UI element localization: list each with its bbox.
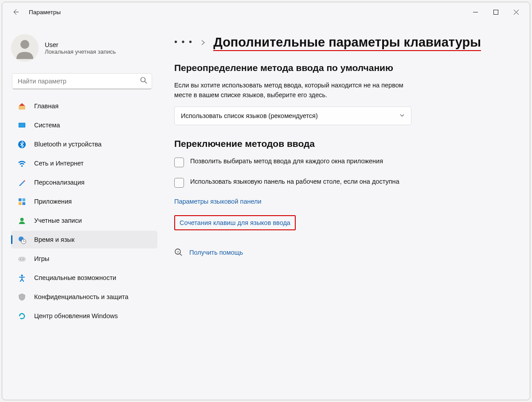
section-switching-input-methods: Переключение методов ввода Позволить выб… — [174, 138, 512, 230]
svg-point-24 — [23, 259, 23, 260]
nav-label: Система — [34, 122, 60, 129]
nav-update[interactable]: Центр обновления Windows — [11, 307, 157, 325]
back-button[interactable] — [9, 8, 22, 16]
search-input[interactable] — [18, 78, 140, 85]
system-icon — [17, 121, 26, 130]
main-content: • • • Дополнительные параметры клавиатур… — [161, 22, 530, 400]
nav-gaming[interactable]: Игры — [11, 250, 157, 268]
nav-label: Конфиденциальность и защита — [34, 293, 129, 300]
nav-label: Приложения — [34, 198, 72, 205]
body: User Локальная учетная запись Главная — [2, 22, 530, 400]
dropdown-value: Использовать список языков (рекомендуетс… — [181, 112, 318, 119]
checkbox-row-per-window[interactable]: Позволить выбирать метод ввода для каждо… — [174, 157, 414, 167]
nav-time-language[interactable]: Время и язык — [11, 231, 157, 248]
search-box[interactable] — [12, 73, 152, 89]
breadcrumb-more[interactable]: • • • — [174, 37, 193, 50]
help-row[interactable]: ? Получить помощь — [174, 248, 512, 257]
titlebar: Параметры — [2, 2, 530, 22]
checkbox-label: Позволить выбирать метод ввода для каждо… — [190, 157, 383, 166]
nav-home[interactable]: Главная — [11, 97, 157, 115]
svg-rect-13 — [18, 198, 21, 201]
section-description: Если вы хотите использовать метод ввода,… — [174, 81, 414, 100]
link-input-language-hotkeys[interactable]: Сочетания клавиш для языков ввода — [174, 215, 296, 230]
nav-label: Bluetooth и устройства — [34, 141, 102, 148]
svg-point-6 — [20, 40, 29, 49]
nav-label: Специальные возможности — [34, 274, 116, 281]
avatar-icon — [11, 34, 39, 62]
svg-line-8 — [145, 82, 147, 84]
update-icon — [17, 311, 26, 320]
svg-point-7 — [141, 78, 145, 82]
help-icon: ? — [174, 248, 183, 257]
svg-rect-16 — [22, 202, 25, 205]
nav-system[interactable]: Система — [11, 116, 157, 134]
privacy-icon — [17, 292, 26, 301]
nav-label: Учетные записи — [34, 217, 82, 224]
accounts-icon — [17, 216, 26, 225]
section-heading: Переключение методов ввода — [174, 138, 512, 150]
user-block[interactable]: User Локальная учетная запись — [4, 26, 159, 70]
section-heading: Переопределение метода ввода по умолчани… — [174, 62, 512, 74]
checkbox-per-window[interactable] — [174, 158, 184, 167]
maximize-icon — [493, 10, 498, 15]
maximize-button[interactable] — [485, 5, 506, 19]
nav-label: Время и язык — [34, 236, 74, 243]
network-icon — [17, 159, 26, 168]
nav-personalization[interactable]: Персонализация — [11, 173, 157, 191]
svg-point-23 — [20, 259, 21, 260]
svg-rect-22 — [18, 257, 25, 261]
page-title: Дополнительные параметры клавиатуры — [213, 35, 481, 51]
nav: Главная Система Bluetooth и устройства — [4, 97, 159, 325]
minimize-button[interactable] — [465, 5, 485, 19]
close-icon — [514, 10, 519, 15]
svg-rect-10 — [19, 123, 24, 127]
user-name: User — [45, 41, 116, 48]
nav-apps[interactable]: Приложения — [11, 193, 157, 210]
minimize-icon — [473, 10, 478, 15]
checkbox-label: Использовать языковую панель на рабочем … — [190, 177, 399, 186]
svg-rect-14 — [22, 198, 25, 201]
home-icon — [17, 102, 26, 110]
nav-accounts[interactable]: Учетные записи — [11, 212, 157, 229]
nav-label: Игры — [34, 255, 49, 262]
svg-point-12 — [21, 165, 22, 166]
window-title: Параметры — [29, 9, 61, 16]
checkbox-langbar-desktop[interactable] — [174, 178, 184, 188]
chevron-down-icon — [399, 112, 405, 119]
personalization-icon — [17, 178, 26, 187]
checkbox-row-langbar-desktop[interactable]: Использовать языковую панель на рабочем … — [174, 177, 414, 188]
avatar — [11, 34, 39, 62]
bluetooth-icon — [17, 140, 26, 149]
nav-bluetooth[interactable]: Bluetooth и устройства — [11, 135, 157, 153]
svg-rect-15 — [18, 202, 21, 205]
gaming-icon — [17, 254, 26, 263]
arrow-left-icon — [12, 8, 19, 16]
chevron-right-icon — [201, 39, 205, 48]
link-language-bar-options[interactable]: Параметры языковой панели — [174, 198, 262, 205]
user-account-type: Локальная учетная запись — [45, 48, 116, 55]
svg-point-17 — [20, 217, 23, 221]
nav-label: Персонализация — [34, 179, 85, 186]
time-language-icon — [17, 235, 26, 244]
window-controls — [465, 5, 526, 19]
apps-icon — [17, 197, 26, 206]
settings-window: Параметры — [2, 2, 530, 400]
search-icon — [140, 77, 147, 86]
user-text: User Локальная учетная запись — [45, 41, 116, 55]
sidebar: User Локальная учетная запись Главная — [2, 22, 161, 400]
breadcrumb: • • • Дополнительные параметры клавиатур… — [174, 35, 512, 51]
accessibility-icon — [17, 273, 26, 282]
close-button[interactable] — [506, 5, 526, 19]
svg-rect-2 — [493, 10, 498, 14]
default-input-method-dropdown[interactable]: Использовать список языков (рекомендуетс… — [174, 106, 411, 125]
section-default-input-method: Переопределение метода ввода по умолчани… — [174, 62, 512, 125]
nav-label: Главная — [34, 102, 59, 110]
nav-label: Центр обновления Windows — [34, 312, 118, 319]
nav-label: Сеть и Интернет — [34, 160, 84, 167]
nav-privacy[interactable]: Конфиденциальность и защита — [11, 288, 157, 306]
svg-text:?: ? — [177, 250, 179, 254]
help-link[interactable]: Получить помощь — [189, 249, 243, 256]
svg-point-25 — [21, 274, 23, 276]
nav-accessibility[interactable]: Специальные возможности — [11, 269, 157, 287]
nav-network[interactable]: Сеть и Интернет — [11, 154, 157, 172]
